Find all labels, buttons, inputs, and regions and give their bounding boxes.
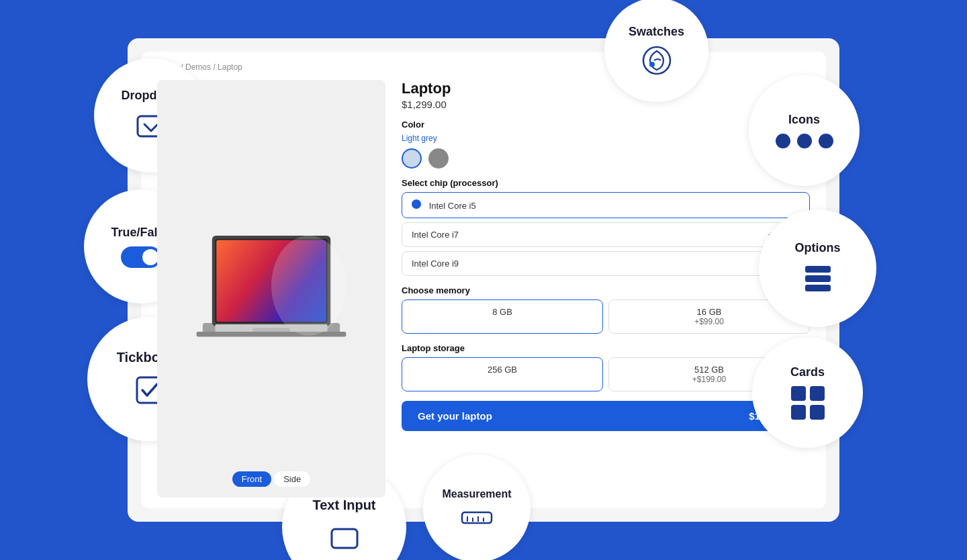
- cta-label: Get your laptop: [418, 410, 492, 422]
- icon-dot-3: [819, 134, 833, 148]
- memory-8gb-label: 8 GB: [412, 307, 593, 317]
- content-area: Home / Demos / Laptop: [141, 52, 826, 508]
- product-header: Laptop $1,299.00: [402, 80, 810, 110]
- circle-measurement[interactable]: Measurement: [423, 455, 531, 560]
- breadcrumb-laptop[interactable]: Laptop: [218, 62, 242, 72]
- options-label: Options: [795, 241, 841, 255]
- chip-option-i5[interactable]: Intel Core i5: [402, 192, 810, 218]
- svg-rect-10: [805, 266, 831, 273]
- memory-section: Choose memory 8 GB 16 GB +$99.00: [402, 285, 810, 334]
- swatches-label: Swatches: [629, 25, 684, 39]
- chip-i5-content: Intel Core i5: [412, 199, 476, 211]
- product-image-section: Front Side: [157, 80, 385, 498]
- storage-256gb-label: 256 GB: [412, 365, 593, 375]
- icon-dot-1: [776, 134, 790, 148]
- product-price: $1,299.00: [402, 99, 810, 110]
- textInput-label: Text Input: [312, 498, 375, 513]
- trueFalse-icon: [121, 246, 161, 268]
- storage-section: Laptop storage 256 GB 512 GB +$199.00: [402, 343, 810, 391]
- chip-i5-name: Intel Core i5: [429, 201, 476, 211]
- svg-point-18: [271, 236, 346, 336]
- options-icon: [801, 262, 835, 295]
- circle-swatches[interactable]: Swatches: [604, 0, 708, 102]
- product-layout: Front Side Laptop $1,299.00 Color Light …: [157, 80, 810, 498]
- chip-option-i9[interactable]: Intel Core i9 +$199.00: [402, 251, 810, 276]
- textInput-icon: [326, 520, 363, 556]
- memory-16gb-price: +$99.00: [618, 317, 800, 326]
- chip-label: Select chip (processor): [402, 178, 810, 188]
- cards-grid-item-4: [810, 405, 825, 420]
- swatch-lightgray[interactable]: [402, 148, 422, 169]
- cards-grid-item-3: [791, 405, 806, 420]
- outer-container: Swatches Dropdown True/Fal: [0, 0, 967, 560]
- cards-grid-item-1: [791, 386, 806, 401]
- measurement-label: Measurement: [442, 488, 511, 500]
- swatches-icon: [642, 46, 672, 75]
- memory-label: Choose memory: [402, 285, 810, 295]
- view-tabs: Front Side: [232, 471, 310, 487]
- chip-section: Select chip (processor) Intel Core i5 In…: [402, 178, 810, 276]
- storage-label: Laptop storage: [402, 343, 810, 353]
- color-swatches: [402, 148, 810, 169]
- memory-8gb[interactable]: 8 GB: [402, 299, 603, 334]
- circle-cards[interactable]: Cards: [752, 337, 863, 448]
- memory-16gb-label: 16 GB: [618, 307, 800, 317]
- main-card: Swatches Dropdown True/Fal: [128, 38, 839, 522]
- cards-grid: [791, 386, 825, 420]
- chip-i7-name: Intel Core i7: [412, 230, 459, 240]
- product-title: Laptop: [402, 80, 810, 97]
- storage-256gb[interactable]: 256 GB: [402, 357, 603, 391]
- cards-grid-item-2: [810, 386, 825, 401]
- circle-icons[interactable]: Icons: [749, 75, 860, 186]
- svg-rect-4: [332, 529, 357, 548]
- icon-dot-2: [797, 134, 812, 148]
- cards-icon: [791, 386, 825, 420]
- view-tab-front[interactable]: Front: [232, 471, 271, 487]
- chip-selected-dot: [412, 199, 421, 209]
- swatch-darkgray[interactable]: [428, 148, 449, 169]
- svg-rect-11: [805, 275, 831, 282]
- icons-dots: [776, 134, 833, 148]
- svg-rect-14: [197, 332, 347, 336]
- svg-point-1: [649, 62, 655, 67]
- memory-options: 8 GB 16 GB +$99.00: [402, 299, 810, 334]
- measurement-icon: [461, 507, 493, 528]
- chip-options: Intel Core i5 Intel Core i7 +$99.00 Inte…: [402, 192, 810, 276]
- circle-options[interactable]: Options: [759, 209, 876, 327]
- chip-option-i7[interactable]: Intel Core i7 +$99.00: [402, 222, 810, 247]
- product-details: Laptop $1,299.00 Color Light grey: [402, 80, 810, 498]
- breadcrumb: Home / Demos / Laptop: [157, 62, 810, 72]
- view-tab-side[interactable]: Side: [274, 471, 310, 487]
- svg-rect-5: [462, 512, 492, 523]
- chip-i9-name: Intel Core i9: [412, 259, 459, 269]
- icons-label: Icons: [788, 113, 820, 127]
- toggle-knob: [142, 249, 158, 265]
- svg-rect-20: [252, 328, 290, 332]
- svg-rect-12: [805, 285, 831, 291]
- cards-label: Cards: [790, 365, 825, 379]
- storage-options: 256 GB 512 GB +$199.00: [402, 357, 810, 391]
- cta-button[interactable]: Get your laptop $1,299.00: [402, 401, 810, 431]
- laptop-image: [184, 222, 359, 356]
- toggle-visual: [121, 246, 161, 268]
- breadcrumb-demos[interactable]: Demos: [185, 62, 211, 72]
